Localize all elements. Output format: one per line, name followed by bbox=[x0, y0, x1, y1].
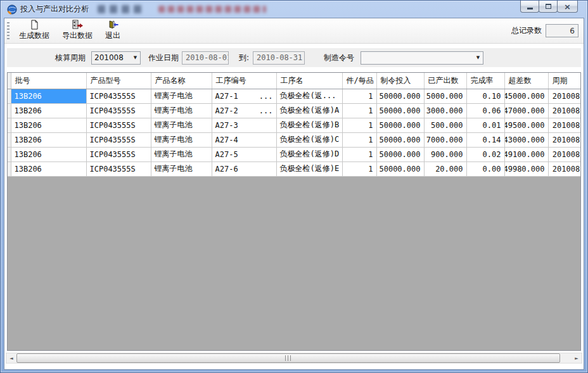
export-data-button[interactable]: 导出数据 bbox=[58, 18, 97, 43]
title-bar[interactable]: 投入与产出对比分析 × bbox=[4, 1, 584, 18]
cell-model[interactable]: ICP043555S bbox=[86, 161, 151, 176]
cell-name[interactable]: 锂离子电池 bbox=[151, 161, 212, 176]
scrollbar-track[interactable] bbox=[16, 353, 572, 363]
column-header-1[interactable]: 产品型号 bbox=[86, 73, 151, 89]
cell-batch[interactable]: 13B206 bbox=[11, 89, 86, 103]
redacted-watermark-dark bbox=[98, 5, 144, 13]
cell-period[interactable]: 201008 bbox=[548, 161, 581, 176]
cell-order_input[interactable]: 50000.000 bbox=[376, 89, 424, 103]
column-header-2[interactable]: 产品名称 bbox=[151, 73, 212, 89]
scrollbar-thumb[interactable] bbox=[16, 353, 560, 363]
cell-name[interactable]: 锂离子电池 bbox=[151, 103, 212, 118]
column-header-3[interactable]: 工序编号 bbox=[212, 73, 276, 89]
cell-model[interactable]: ICP043555S bbox=[86, 103, 151, 118]
column-header-8[interactable]: 完成率 bbox=[466, 73, 504, 89]
cell-batch[interactable]: 13B206 bbox=[11, 103, 86, 118]
cell-proc_no[interactable]: A27-5 bbox=[212, 147, 276, 161]
cell-completion_rate[interactable]: 0.01 bbox=[466, 118, 504, 132]
cell-proc_no[interactable]: A27-4 bbox=[212, 132, 276, 147]
cell-proc_name[interactable]: 负极全检(返修)E bbox=[276, 161, 342, 176]
date-from-field[interactable] bbox=[182, 51, 229, 65]
minimize-button[interactable] bbox=[520, 1, 539, 13]
horizontal-scrollbar[interactable]: ◄ ► bbox=[6, 353, 582, 364]
cell-over_diff[interactable]: -43000.000 bbox=[504, 132, 548, 147]
maximize-button[interactable] bbox=[539, 1, 558, 13]
cell-name[interactable]: 锂离子电池 bbox=[151, 89, 212, 103]
table-row: 13B206ICP043555S锂离子电池A27-1...负极全检(返...15… bbox=[8, 89, 581, 103]
cell-name[interactable]: 锂离子电池 bbox=[151, 118, 212, 132]
cell-period[interactable]: 201008 bbox=[548, 118, 581, 132]
cell-completion_rate[interactable]: 0.06 bbox=[466, 103, 504, 118]
cell-proc_no[interactable]: A27-1... bbox=[212, 89, 276, 103]
column-header-0[interactable]: 批号 bbox=[11, 73, 86, 89]
cell-period[interactable]: 201008 bbox=[548, 89, 581, 103]
cell-model[interactable]: ICP043555S bbox=[86, 147, 151, 161]
cell-per_item[interactable]: 1 bbox=[342, 147, 376, 161]
period-combobox[interactable]: 201008 ▼ bbox=[91, 51, 141, 65]
cell-order_input[interactable]: 50000.000 bbox=[376, 118, 424, 132]
generate-data-button[interactable]: 生成数据 bbox=[15, 18, 54, 43]
cell-produced[interactable]: 20.000 bbox=[424, 161, 466, 176]
cell-completion_rate[interactable]: 0.14 bbox=[466, 132, 504, 147]
chevron-down-icon[interactable]: ▼ bbox=[131, 55, 140, 60]
cell-completion_rate[interactable]: 0.00 bbox=[466, 161, 504, 176]
cell-completion_rate[interactable]: 0.02 bbox=[466, 147, 504, 161]
column-header-5[interactable]: 件/每品 bbox=[342, 73, 376, 89]
cell-produced[interactable]: 7000.000 bbox=[424, 132, 466, 147]
cell-name[interactable]: 锂离子电池 bbox=[151, 132, 212, 147]
cell-produced[interactable]: 900.000 bbox=[424, 147, 466, 161]
cell-produced[interactable]: 5000.000 bbox=[424, 89, 466, 103]
cell-produced[interactable]: 500.000 bbox=[424, 118, 466, 132]
cell-proc_name[interactable]: 负极全检(返修)A bbox=[276, 103, 342, 118]
minimize-icon bbox=[527, 8, 533, 9]
cell-order_input[interactable]: 50000.000 bbox=[376, 103, 424, 118]
column-header-10[interactable]: 周期 bbox=[548, 73, 581, 89]
cell-order_input[interactable]: 50000.000 bbox=[376, 161, 424, 176]
cell-per_item[interactable]: 1 bbox=[342, 118, 376, 132]
cell-over_diff[interactable]: -49100.000 bbox=[504, 147, 548, 161]
cell-batch[interactable]: 13B206 bbox=[11, 147, 86, 161]
cell-per_item[interactable]: 1 bbox=[342, 132, 376, 147]
scroll-left-button[interactable]: ◄ bbox=[6, 353, 16, 363]
column-header-6[interactable]: 制令投入 bbox=[376, 73, 424, 89]
cell-batch[interactable]: 13B206 bbox=[11, 132, 86, 147]
cell-over_diff[interactable]: -45000.000 bbox=[504, 89, 548, 103]
cell-batch[interactable]: 13B206 bbox=[11, 161, 86, 176]
cell-over_diff[interactable]: -47000.000 bbox=[504, 103, 548, 118]
cell-period[interactable]: 201008 bbox=[548, 132, 581, 147]
cell-model[interactable]: ICP043555S bbox=[86, 132, 151, 147]
toolbar-grip-handle[interactable] bbox=[7, 22, 10, 40]
cell-proc_name[interactable]: 负极全检(返修)D bbox=[276, 147, 342, 161]
cell-proc_no[interactable]: A27-6 bbox=[212, 161, 276, 176]
column-header-7[interactable]: 已产出数 bbox=[424, 73, 466, 89]
cell-batch[interactable]: 13B206 bbox=[11, 118, 86, 132]
cell-period[interactable]: 201008 bbox=[548, 147, 581, 161]
cell-per_item[interactable]: 1 bbox=[342, 161, 376, 176]
chevron-down-icon[interactable]: ▼ bbox=[473, 55, 483, 60]
cell-per_item[interactable]: 1 bbox=[342, 89, 376, 103]
scroll-right-button[interactable]: ► bbox=[572, 353, 582, 363]
cell-completion_rate[interactable]: 0.10 bbox=[466, 89, 504, 103]
cell-proc_name[interactable]: 负极全检(返修)B bbox=[276, 118, 342, 132]
cell-over_diff[interactable]: -49980.000 bbox=[504, 161, 548, 176]
date-to-field[interactable] bbox=[253, 51, 305, 65]
cell-produced[interactable]: 3000.000 bbox=[424, 103, 466, 118]
maximize-icon bbox=[546, 4, 551, 9]
cell-model[interactable]: ICP043555S bbox=[86, 89, 151, 103]
cell-name[interactable]: 锂离子电池 bbox=[151, 147, 212, 161]
column-header-9[interactable]: 超差数 bbox=[504, 73, 548, 89]
cell-proc_no[interactable]: A27-3 bbox=[212, 118, 276, 132]
cell-over_diff[interactable]: -49500.000 bbox=[504, 118, 548, 132]
exit-button[interactable]: 退出 bbox=[101, 18, 125, 43]
cell-proc_name[interactable]: 负极全检(返修)C bbox=[276, 132, 342, 147]
column-header-4[interactable]: 工序名 bbox=[276, 73, 342, 89]
cell-per_item[interactable]: 1 bbox=[342, 103, 376, 118]
close-button[interactable]: × bbox=[557, 1, 578, 13]
cell-proc_name[interactable]: 负极全检(返... bbox=[276, 89, 342, 103]
cell-proc_no[interactable]: A27-2... bbox=[212, 103, 276, 118]
cell-order_input[interactable]: 50000.000 bbox=[376, 132, 424, 147]
cell-period[interactable]: 201008 bbox=[548, 103, 581, 118]
manufacturing-order-combobox[interactable]: ▼ bbox=[361, 51, 483, 65]
cell-model[interactable]: ICP043555S bbox=[86, 118, 151, 132]
cell-order_input[interactable]: 50000.000 bbox=[376, 147, 424, 161]
